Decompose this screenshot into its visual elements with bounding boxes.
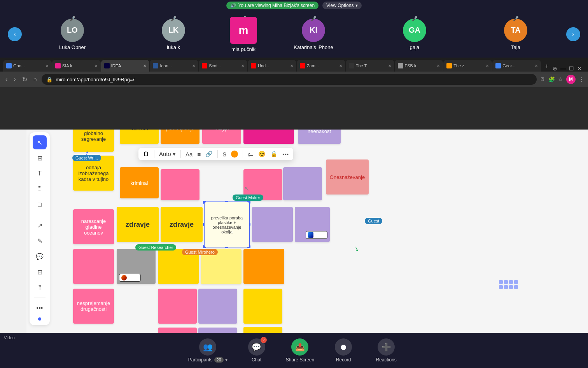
back-button[interactable]: ‹ [4,74,9,84]
favicon-yt3 [300,63,305,68]
record-button[interactable]: ⏺ Record [330,338,357,363]
sticky-zdravje1[interactable]: zdravje [117,207,159,242]
tab-close-button[interactable]: ✕ [290,64,293,68]
tab-close-button[interactable]: ✕ [388,64,391,68]
line-tool-button[interactable]: ↗ [33,218,47,232]
browser-tab-idea[interactable]: IDEA ✕ [101,60,150,72]
browser-tab-word[interactable]: Ioan... ✕ [150,60,198,72]
format-tag-button[interactable]: 🏷 [248,151,254,158]
browser-close-icon[interactable]: ✕ [577,65,582,72]
browser-tab-google[interactable]: Goo... ✕ [3,60,52,72]
format-toolbar: 🗒 Auto ▾ Aa ≡ 🔗 S 🏷 😊 🔒 ••• [138,148,293,160]
browser-tab-thet[interactable]: The T ✕ [346,60,394,72]
user-dot [38,317,41,321]
tab-close-button[interactable]: ✕ [192,64,195,68]
format-lock-button[interactable]: 🔒 [270,151,278,158]
sticky-text: zdravje [126,221,150,229]
format-font-button[interactable]: Aa [186,151,192,158]
frames-tool-button[interactable]: ⊞ [33,151,47,165]
url-bar[interactable]: 🔒 miro.com/app/board/o9J_llv9Rpg=/ [42,74,537,85]
format-link-button[interactable]: 🔗 [205,151,213,158]
text-tool-button[interactable]: T [33,166,47,180]
sticky-orange2[interactable] [243,249,284,284]
browser-tab-zam[interactable]: Zam... ✕ [297,60,345,72]
tab-close-button[interactable]: ✕ [437,64,440,68]
sticky-yellow5[interactable] [243,327,282,333]
browser-maximize-icon[interactable]: ☐ [569,65,574,72]
format-color-picker[interactable] [231,151,238,158]
cursor-3: ↘ [353,244,360,253]
extensions-icon[interactable]: 🧩 [548,76,555,82]
reactions-button[interactable]: ➕ Reactions [373,338,400,363]
browser-tab-thez[interactable]: The z ✕ [443,60,492,72]
more-tools-button[interactable]: ••• [33,301,47,315]
sticky-purple4[interactable] [198,289,237,324]
browser-tab-fsb[interactable]: FSB k ✕ [395,60,443,72]
format-strikethrough-button[interactable]: S [222,151,226,158]
prev-participant-button[interactable]: ‹ [8,27,22,41]
sticky-kriminal[interactable]: kriminal [120,167,159,198]
miro-canvas[interactable]: ↖ ⊞ T 🗒 □ ↗ ✎ 💬 ⊡ ⤒ ••• globalno segreva… [26,109,588,333]
muted-icon: 🎤 [311,16,317,21]
url-text[interactable]: miro.com/app/board/o9J_llv9Rpg=/ [56,77,134,82]
sticky-purple5[interactable] [198,328,237,333]
star-icon[interactable]: ☆ [558,76,563,82]
sticky-prevelika[interactable]: prevelika poraba plastike + onesnaževanj… [205,202,249,247]
format-more-button[interactable]: ••• [282,151,289,158]
browser-profile-avatar[interactable]: M [566,75,576,84]
pen-tool-button[interactable]: ✎ [33,234,47,248]
chat-button[interactable]: 💬 2 Chat [243,338,270,363]
reload-button[interactable]: ↻ [21,74,29,85]
tab-close-button[interactable]: ✕ [143,64,146,68]
format-align-button[interactable]: ≡ [197,151,201,158]
participants-count: 20 [214,357,224,363]
new-tab-button[interactable]: + [541,61,552,72]
sticky-yellow4[interactable] [243,289,282,324]
sticky-nesprejemanje[interactable]: nesprejemanje drugačnosti [73,289,114,324]
select-tool-button[interactable]: ↖ [33,135,47,149]
sticky-note-tool-button[interactable]: 🗒 [33,182,47,196]
browser-minimize-icon[interactable]: — [560,65,566,72]
sticky-narascanje[interactable]: narascanje gladine oceanov [73,209,114,244]
forward-button[interactable]: › [12,74,17,84]
tab-close-button[interactable]: ✕ [46,64,49,68]
tab-close-button[interactable]: ✕ [535,64,538,68]
sticky-pink1[interactable] [161,169,200,200]
sticky-gray[interactable]: Guest [117,249,156,284]
toolbar-divider-2 [34,298,46,298]
sticky-purple2[interactable] [252,207,293,242]
tab-close-button[interactable]: ✕ [486,64,489,68]
tab-close-button[interactable]: ✕ [94,64,98,68]
browser-tab-sia[interactable]: SIA k ✕ [52,60,101,72]
screen-capture-icon[interactable]: 🖥 [540,76,545,82]
browser-menu-icon[interactable]: ⋮ [579,76,584,82]
next-participant-button[interactable]: › [566,27,580,41]
sticky-purple1[interactable] [283,167,322,200]
sticky-pink4[interactable] [158,289,197,324]
guest-label-right: Guest [365,218,382,224]
format-emoji-button[interactable]: 😊 [258,151,266,158]
comment-tool-button[interactable]: 💬 [33,249,47,263]
sticky-onesnavevanje[interactable]: Onesnaževanje [326,159,369,195]
share-screen-button[interactable]: 📤 Share Screen [286,338,314,363]
upload-tool-button[interactable]: ⤒ [33,280,47,294]
browser-tab-geor[interactable]: Geor... ✕ [492,60,541,72]
browser-tab-und[interactable]: Und... ✕ [248,60,296,72]
sticky-pink5[interactable] [158,328,197,333]
guest-avatar-img [121,275,127,280]
tab-close-button[interactable]: ✕ [339,64,342,68]
format-card-icon[interactable]: 🗒 [143,151,149,158]
favicon-thet [349,63,354,68]
home-button[interactable]: ⌂ [32,74,39,84]
format-type-select[interactable]: Auto ▾ [159,151,176,158]
sticky-pink3[interactable] [73,249,114,284]
sticky-zdravje2[interactable]: zdravje [161,207,203,242]
tab-close-button[interactable]: ✕ [241,64,244,68]
shapes-tool-button[interactable]: □ [33,198,47,212]
sticky-purple3[interactable]: Guest [295,207,330,242]
view-options-button[interactable]: View Options ▾ [322,2,361,9]
crop-tool-button[interactable]: ⊡ [33,265,47,279]
participant-name: gaja [410,44,420,50]
browser-tab-scott[interactable]: Scot... ✕ [199,60,247,72]
participants-button[interactable]: 👥 Participants 20 ▾ [188,338,228,363]
